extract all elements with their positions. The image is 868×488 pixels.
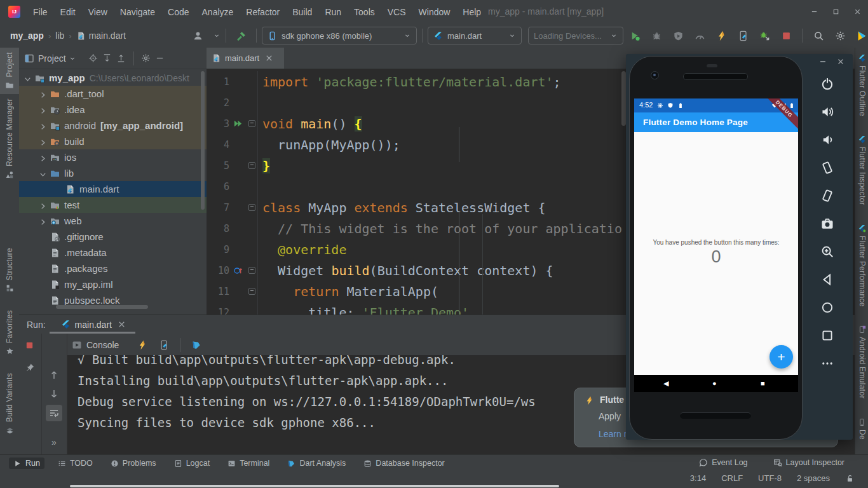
tree-item-lib[interactable]: lib (19, 165, 207, 181)
close-button[interactable] (846, 0, 868, 24)
status-item-CRLF[interactable]: CRLF (721, 473, 743, 483)
menu-navigate[interactable]: Navigate (114, 1, 161, 24)
stop-button[interactable] (778, 28, 794, 43)
tool-button-todo[interactable]: TODO (53, 458, 97, 469)
editor-scrollbar[interactable] (621, 71, 626, 126)
status-item-2-spaces[interactable]: 2 spaces (797, 473, 830, 483)
flutter-hot-reload-button[interactable] (135, 337, 150, 353)
emulator-volume-down-button[interactable] (820, 133, 834, 147)
tree-item-dot-packages[interactable]: .packages (19, 261, 207, 276)
fold-handle[interactable] (246, 162, 257, 169)
tree-item-ios[interactable]: ios (19, 149, 207, 165)
increment-fab[interactable]: + (770, 345, 793, 369)
dart-logo-button[interactable] (189, 337, 204, 353)
tool-button-event-log[interactable]: Event Log (695, 457, 752, 468)
debug-button[interactable] (649, 28, 664, 43)
stripe-tab-flutter-performance[interactable]: Flutter Performance (855, 224, 868, 307)
emulator-screenshot-camera-button[interactable] (820, 217, 834, 231)
tool-button-logcat[interactable]: Logcat (170, 458, 215, 469)
gutter-icon-slot[interactable] (229, 118, 246, 130)
menu-window[interactable]: Window (412, 1, 457, 24)
collapse-all-button[interactable] (114, 51, 128, 65)
build-hammer-icon[interactable] (236, 30, 247, 41)
tree-chevron-icon[interactable] (38, 216, 50, 226)
run-tab-main-dart[interactable]: main.dart (61, 320, 131, 330)
tree-item-dot-idea[interactable]: .idea (19, 102, 207, 118)
phone-screen[interactable]: 4:52 Flutter Demo Home Page DEBUG You ha… (634, 98, 798, 392)
menu-analyze[interactable]: Analyze (196, 1, 240, 24)
search-everywhere-button[interactable] (811, 28, 826, 43)
device-selector[interactable]: sdk gphone x86 (mobile) (262, 27, 417, 44)
emulator-overview-button[interactable] (820, 329, 834, 342)
tree-item-dot-metadata[interactable]: .metadata (19, 245, 207, 261)
menu-build[interactable]: Build (286, 1, 318, 24)
menu-edit[interactable]: Edit (54, 1, 82, 24)
stripe-tab-flutter-inspector[interactable]: Flutter Inspector (855, 135, 868, 205)
stripe-tab-project[interactable]: Project (0, 48, 19, 94)
tree-item-web[interactable]: web (19, 213, 207, 229)
tree-item-dot-gitignore[interactable]: .gitignore (19, 229, 207, 245)
menu-refactor[interactable]: Refactor (240, 1, 286, 24)
tree-item-main.dart[interactable]: main.dart (19, 181, 207, 197)
target-button[interactable] (86, 51, 100, 65)
close-tab-icon[interactable] (264, 53, 274, 63)
emulator-zoom-in-button[interactable] (820, 245, 834, 259)
tree-item-android[interactable]: android[my_app_android] (19, 118, 207, 133)
stripe-tab-resource-manager[interactable]: Resource Manager (0, 94, 19, 184)
maximize-button[interactable] (825, 0, 846, 24)
minus-button[interactable] (153, 51, 167, 65)
stop-icon[interactable] (25, 341, 34, 350)
flutter-hot-reload-button[interactable] (714, 28, 729, 43)
emulator-home-button[interactable] (820, 301, 834, 315)
menu-code[interactable]: Code (161, 1, 195, 24)
emulator-rotate-right-button[interactable] (820, 189, 834, 203)
flutter-hot-restart-button[interactable] (156, 337, 172, 353)
emulator-minimize-icon[interactable] (818, 57, 827, 66)
editor-tab-main-dart[interactable]: main.dart (207, 48, 284, 69)
nav-overview-button[interactable]: ■ (761, 375, 765, 392)
emulator-power-button[interactable] (820, 77, 834, 91)
user-icon[interactable] (193, 30, 203, 41)
soft-wrap-button[interactable] (46, 405, 62, 421)
settings-gear-button[interactable] (832, 28, 848, 43)
tree-chevron-icon[interactable] (38, 200, 50, 210)
tree-item-dot-dart_tool[interactable]: .dart_tool (19, 86, 207, 102)
emulator-more-button[interactable] (820, 356, 834, 370)
fold-handle[interactable] (246, 267, 257, 274)
menu-view[interactable]: View (82, 1, 114, 24)
device-loading-selector[interactable]: Loading Devices... (528, 27, 623, 44)
emulator-rotate-left-button[interactable] (820, 161, 834, 175)
tool-button-dart-analysis[interactable]: Dart Analysis (283, 458, 350, 469)
gear-button[interactable] (139, 51, 153, 65)
stripe-tab-favorites[interactable]: Favorites (0, 306, 19, 360)
menu-file[interactable]: File (27, 1, 54, 24)
fold-handle[interactable] (246, 120, 257, 127)
tree-chevron-icon[interactable] (38, 168, 50, 179)
breadcrumb-lib[interactable]: lib (55, 30, 64, 41)
run-config-selector[interactable]: main.dart (428, 27, 522, 44)
gutter-icon-slot[interactable] (229, 264, 246, 277)
flutter-hot-restart-button[interactable] (735, 28, 750, 43)
breadcrumb-my_app[interactable]: my_app (10, 30, 44, 41)
console-tab[interactable]: Console (72, 340, 119, 350)
project-horizontal-scrollbar[interactable] (56, 305, 148, 309)
menu-vcs[interactable]: VCS (381, 1, 412, 24)
attach-debugger-button[interactable] (757, 28, 772, 43)
tree-chevron-icon[interactable] (38, 105, 50, 115)
tree-chevron-icon[interactable] (38, 121, 50, 131)
tool-button-run[interactable]: Run (9, 458, 44, 469)
tree-chevron-icon[interactable] (38, 137, 50, 147)
run-button[interactable] (627, 28, 642, 43)
tool-button-problems[interactable]: Problems (106, 458, 161, 469)
tree-item-my_app[interactable]: my_appC:\Users\Leonardo\Deskt (19, 70, 207, 86)
override-gutter-icon[interactable] (233, 266, 243, 275)
flutter-colored-button[interactable] (854, 28, 868, 43)
nav-home-button[interactable]: ● (712, 375, 717, 392)
tree-chevron-icon[interactable] (23, 73, 34, 83)
menu-tools[interactable]: Tools (348, 1, 381, 24)
jump-to-end-button[interactable]: » (46, 434, 62, 451)
menu-run[interactable]: Run (318, 1, 348, 24)
tree-chevron-icon[interactable] (38, 89, 50, 99)
arrow-down-button[interactable] (46, 386, 62, 402)
run-gutter-icon[interactable] (233, 119, 243, 128)
